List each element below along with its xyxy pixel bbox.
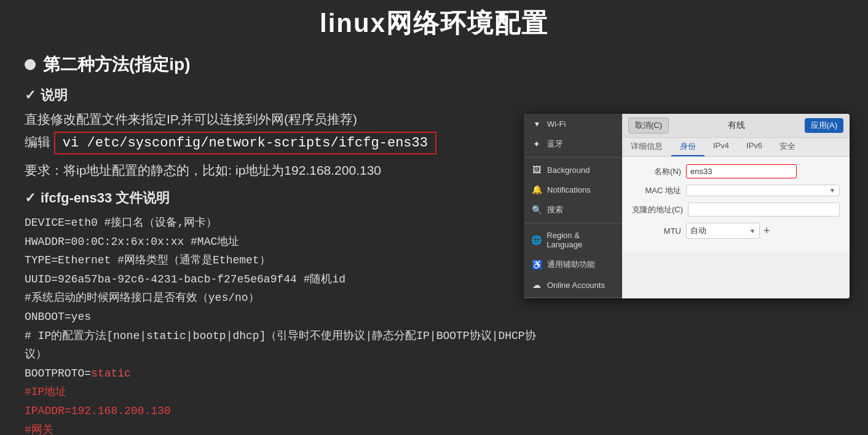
sidebar-notifications-label: Notifications [547,185,591,194]
page-title: linux网络环境配置 [25,6,843,41]
sidebar-item-region[interactable]: 🌐 Region & Language [524,226,622,254]
region-icon: 🌐 [531,235,542,245]
sidebar-accounts-label: Online Accounts [547,281,605,290]
sidebar-item-background[interactable]: 🖼 Background [524,160,622,180]
mac-dropdown[interactable]: ▼ [686,185,840,196]
mac-label: MAC 地址 [632,185,681,196]
code-line-2: HWADDR=00:0C:2x:6x:0x:xx #MAC地址 [25,233,553,252]
tab-security[interactable]: 安全 [771,138,804,156]
panel-title: 有线 [728,120,745,131]
edit-command-row: 编辑 vi /etc/sysconfig/network-scripts/ifc… [25,132,553,158]
mtu-plus-button[interactable]: + [763,225,770,237]
command-box: vi /etc/sysconfig/network-scripts/ifcfg-… [54,132,436,154]
main-content: linux网络环境配置 第二种方法(指定ip) ✓ 说明 直接修改配置文件来指定… [0,0,868,435]
static-value: static [91,367,131,380]
apply-button[interactable]: 应用(A) [805,118,843,133]
sidebar-accessibility-label: 通用辅助功能 [547,259,595,270]
sidebar-item-search[interactable]: 🔍 搜索 [524,199,622,220]
code-line-7: # IP的配置方法[none|static|bootp|dhcp]（引导时不使用… [25,327,553,364]
sidebar-wifi-label: Wi-Fi [547,119,566,129]
tab-details[interactable]: 详细信息 [622,138,671,156]
mtu-label: MTU [632,226,681,236]
tab-ipv6[interactable]: IPv6 [738,138,771,156]
ifcfg-title: ifcfg-ens33 文件说明 [41,189,170,207]
sidebar-region-label: Region & Language [546,231,615,249]
code-line-5: #系统启动的时候网络接口是否有效（yes/no） [25,289,553,308]
panel-main: 取消(C) 有线 应用(A) 详细信息 身份 IPv4 IPv6 安全 名称(N… [622,114,850,298]
notifications-icon: 🔔 [531,185,542,194]
background-icon: 🖼 [531,165,542,175]
subsection-ifcfg: ✓ ifcfg-ens33 文件说明 [25,189,553,207]
requirement-text: 要求：将ip地址配置的静态的，比如: ip地址为192.168.200.130 [25,162,553,179]
subsection-title: 说明 [41,86,68,105]
cancel-button[interactable]: 取消(C) [628,118,669,134]
field-row-name: 名称(N) [632,164,840,178]
sidebar-divider-3 [524,297,622,298]
code-block: DEVICE=eth0 #接口名（设备,网卡） HWADDR=00:0C:2x:… [25,214,553,435]
field-row-mtu: MTU 自动 ▼ + [632,223,840,239]
mtu-value: 自动 [690,225,706,236]
clone-label: 克隆的地址(C) [632,204,683,215]
mtu-dropdown[interactable]: 自动 ▼ [686,223,760,239]
sidebar-search-label: 搜索 [547,204,563,215]
code-line-6: ONBOOT=yes [25,308,553,327]
bluetooth-icon: ✦ [531,139,542,149]
tab-ipv4[interactable]: IPv4 [704,138,738,156]
code-line-8: BOOTPROTO=static [25,364,553,383]
check-icon-2: ✓ [25,190,36,206]
code-line-11: #网关 [25,421,553,435]
sidebar-item-bluetooth[interactable]: ✦ 蓝牙 [524,134,622,154]
code-line-10: IPADDR=192.168.200.130 [25,402,553,421]
section-heading: 第二种方法(指定ip) [25,53,553,76]
code-line-9: #IP地址 [25,383,553,402]
accessibility-icon: ♿ [531,260,542,269]
dropdown-arrow-mac: ▼ [829,187,835,194]
panel-sidebar: ▾ Wi-Fi ✦ 蓝牙 🖼 Background 🔔 Notification… [524,114,622,298]
sidebar-item-notifications[interactable]: 🔔 Notifications [524,180,622,199]
description-line1: 直接修改配置文件来指定IP,并可以连接到外网(程序员推荐) [25,111,553,128]
sidebar-item-accessibility[interactable]: ♿ 通用辅助功能 [524,254,622,275]
panel-tabs: 详细信息 身份 IPv4 IPv6 安全 [622,138,850,157]
sidebar-item-accounts[interactable]: ☁ Online Accounts [524,275,622,295]
name-input[interactable] [686,164,797,178]
name-label: 名称(N) [632,166,681,177]
sidebar-background-label: Background [547,166,590,175]
subsection-description: ✓ 说明 [25,86,553,105]
panel-top-bar: 取消(C) 有线 应用(A) [622,114,850,138]
field-row-clone: 克隆的地址(C) [632,202,840,217]
dropdown-arrow-mtu: ▼ [749,228,756,234]
wifi-icon: ▾ [531,119,542,129]
section-title: 第二种方法(指定ip) [43,53,191,76]
clone-input[interactable] [688,202,840,217]
panel-fields: 名称(N) MAC 地址 ▼ 克隆的地址(C) MTU [622,157,850,252]
code-line-3: TYPE=Ethernet #网络类型（通常是Ethemet） [25,251,553,270]
sidebar-bluetooth-label: 蓝牙 [547,138,563,150]
code-line-4: UUID=926a57ba-92c6-4231-bacb-f27e5e6a9f4… [25,270,553,289]
code-line-1: DEVICE=eth0 #接口名（设备,网卡） [25,214,553,233]
accounts-icon: ☁ [531,280,542,290]
edit-label: 编辑 [25,135,50,149]
bullet-dot [25,59,36,70]
field-row-mac: MAC 地址 ▼ [632,185,840,196]
left-content: 第二种方法(指定ip) ✓ 说明 直接修改配置文件来指定IP,并可以连接到外网(… [25,53,553,435]
mtu-field: 自动 ▼ + [686,223,840,239]
search-icon: 🔍 [531,205,542,215]
sidebar-divider-2 [524,223,622,223]
sidebar-divider-1 [524,157,622,158]
check-icon: ✓ [25,87,36,103]
network-panel: ▾ Wi-Fi ✦ 蓝牙 🖼 Background 🔔 Notification… [524,114,850,298]
tab-identity[interactable]: 身份 [671,138,704,156]
sidebar-item-wifi[interactable]: ▾ Wi-Fi [524,114,622,134]
